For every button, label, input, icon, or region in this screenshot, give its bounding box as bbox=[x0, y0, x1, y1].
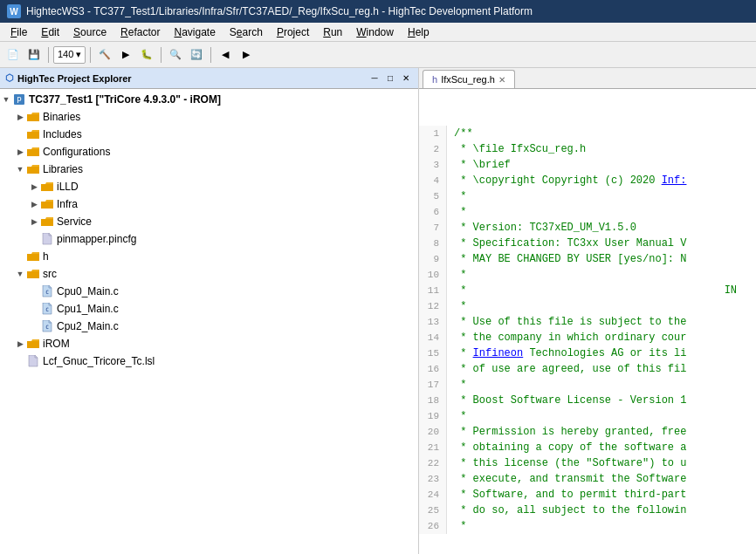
menu-window[interactable]: Window bbox=[349, 23, 401, 41]
line-number: 12 bbox=[419, 298, 447, 314]
code-line: 7 * Version: TC37xED_UM_V1.5.0 bbox=[419, 220, 756, 236]
panel-minimize-btn[interactable]: ─ bbox=[368, 72, 381, 85]
line-content: /** bbox=[447, 126, 756, 141]
code-line: 11 * IN bbox=[419, 283, 756, 298]
line-number: 7 bbox=[419, 220, 447, 236]
tree-item[interactable]: CCpu2_Main.c bbox=[0, 318, 418, 335]
tree-toggle[interactable] bbox=[14, 355, 26, 367]
toolbar-back[interactable]: ◀ bbox=[216, 45, 235, 65]
menu-file[interactable]: File bbox=[3, 23, 34, 41]
tree-toggle[interactable]: ▼ bbox=[14, 268, 26, 280]
menu-run[interactable]: Run bbox=[316, 23, 349, 41]
tree-label: iLLD bbox=[57, 181, 79, 193]
menu-navigate[interactable]: Navigate bbox=[167, 23, 222, 41]
tree-item[interactable]: ▶iROM bbox=[0, 335, 418, 352]
line-number: 16 bbox=[419, 361, 447, 377]
tree-toggle[interactable]: ▶ bbox=[28, 181, 40, 193]
panel-header: ⬡ HighTec Project Explorer ─ □ ✕ bbox=[0, 68, 418, 89]
line-content: * bbox=[447, 408, 756, 424]
tree-toggle[interactable]: ▶ bbox=[14, 111, 26, 123]
panel-title: ⬡ HighTec Project Explorer bbox=[5, 72, 132, 84]
toolbar-refresh[interactable]: 🔄 bbox=[187, 45, 206, 65]
line-content: * execute, and transmit the Software bbox=[447, 471, 756, 487]
editor-tab-bar: h IfxScu_reg.h ✕ bbox=[419, 68, 756, 89]
tree-item[interactable]: Includes bbox=[0, 126, 418, 143]
toolbar-save[interactable]: 💾 bbox=[24, 45, 44, 65]
code-line: 9 * MAY BE CHANGED BY USER [yes/no]: N bbox=[419, 251, 756, 267]
tree-icon-folder bbox=[26, 250, 40, 263]
line-number: 3 bbox=[419, 157, 447, 173]
tree-item[interactable]: h bbox=[0, 248, 418, 265]
panel-maximize-btn[interactable]: □ bbox=[383, 72, 397, 85]
code-line: 5 * bbox=[419, 188, 756, 204]
line-content: * Infineon Technologies AG or its li bbox=[447, 345, 756, 361]
tree-toggle[interactable] bbox=[28, 285, 40, 298]
line-content: * Boost Software License - Version 1 bbox=[447, 393, 756, 408]
tree-item[interactable]: ▼PTC377_Test1 ["TriCore 4.9.3.0" - iROM] bbox=[0, 91, 418, 108]
tree-item[interactable]: ▶Configurations bbox=[0, 143, 418, 161]
menu-edit[interactable]: Edit bbox=[34, 23, 66, 41]
line-content: * bbox=[447, 188, 756, 204]
code-line: 20 * Permission is hereby granted, free bbox=[419, 424, 756, 440]
code-line: 14 * the company in which ordinary cour bbox=[419, 330, 756, 345]
code-line: 6 * bbox=[419, 204, 756, 220]
toolbar-run[interactable]: ▶ bbox=[116, 45, 135, 65]
tree-item[interactable]: Lcf_Gnuc_Tricore_Tc.lsl bbox=[0, 352, 418, 370]
line-number: 15 bbox=[419, 345, 447, 361]
editor-tab-active[interactable]: h IfxScu_reg.h ✕ bbox=[423, 70, 515, 88]
tree-toggle[interactable]: ▼ bbox=[14, 163, 26, 175]
menu-search[interactable]: Search bbox=[223, 23, 270, 41]
tree-label: Includes bbox=[43, 128, 82, 140]
toolbar-new[interactable]: 📄 bbox=[3, 45, 23, 65]
tree-toggle[interactable] bbox=[28, 233, 40, 245]
tree-item[interactable]: ▼src bbox=[0, 265, 418, 283]
menu-refactor[interactable]: Refactor bbox=[113, 23, 167, 41]
tree-item[interactable]: ▶Service bbox=[0, 213, 418, 230]
menu-help[interactable]: Help bbox=[401, 23, 436, 41]
toolbar-build[interactable]: 🔨 bbox=[95, 45, 114, 65]
line-content: * \copyright Copyright (c) 2020 Inf: bbox=[447, 173, 756, 188]
title-bar: W HightecWS3 - TC377_Test1/Libraries/Inf… bbox=[0, 0, 756, 23]
tree-toggle[interactable] bbox=[28, 320, 40, 332]
code-line: 26 * bbox=[419, 518, 756, 534]
tree-icon-folder bbox=[26, 145, 40, 159]
tree-item[interactable]: CCpu0_Main.c bbox=[0, 283, 418, 300]
code-line: 19 * bbox=[419, 408, 756, 424]
tree-icon-folder bbox=[26, 337, 40, 351]
tree-toggle[interactable] bbox=[14, 128, 26, 140]
code-line: 3 * \brief bbox=[419, 157, 756, 173]
toolbar-forward[interactable]: ▶ bbox=[237, 45, 256, 65]
tab-close-btn[interactable]: ✕ bbox=[498, 75, 505, 85]
panel-close-btn[interactable]: ✕ bbox=[399, 72, 413, 85]
tree-toggle[interactable]: ▶ bbox=[14, 146, 26, 158]
tree-toggle[interactable]: ▼ bbox=[0, 93, 12, 106]
tree-toggle[interactable] bbox=[14, 250, 26, 263]
app-icon: W bbox=[7, 4, 21, 18]
toolbar-dropdown1[interactable]: 140 ▾ bbox=[53, 46, 86, 64]
tree-item[interactable]: pinmapper.pincfg bbox=[0, 230, 418, 248]
menu-project[interactable]: Project bbox=[270, 23, 316, 41]
line-content: * bbox=[447, 377, 756, 393]
tree-item[interactable]: ▶Binaries bbox=[0, 108, 418, 126]
line-content: * Version: TC37xED_UM_V1.5.0 bbox=[447, 220, 756, 236]
tree-icon-folder bbox=[26, 267, 40, 281]
tree-item[interactable]: ▼Libraries bbox=[0, 161, 418, 178]
editor-content[interactable]: 1/**2 * \file IfxScu_reg.h3 * \brief4 * … bbox=[419, 89, 756, 554]
tree-toggle[interactable] bbox=[28, 303, 40, 315]
tree-icon-folder bbox=[26, 162, 40, 176]
tree-toggle[interactable]: ▶ bbox=[28, 215, 40, 228]
line-number: 20 bbox=[419, 424, 447, 440]
toolbar-search[interactable]: 🔍 bbox=[166, 45, 185, 65]
menu-source[interactable]: Source bbox=[66, 23, 113, 41]
code-line: 25 * do so, all subject to the followin bbox=[419, 503, 756, 518]
line-number: 18 bbox=[419, 393, 447, 408]
tree-item[interactable]: ▶Infra bbox=[0, 195, 418, 213]
toolbar-debug[interactable]: 🐛 bbox=[137, 45, 156, 65]
tree-toggle[interactable]: ▶ bbox=[28, 198, 40, 210]
tree-toggle[interactable]: ▶ bbox=[14, 338, 26, 350]
code-line: 8 * Specification: TC3xx User Manual V bbox=[419, 236, 756, 251]
tree-icon-folder bbox=[26, 127, 40, 141]
tree-item[interactable]: CCpu1_Main.c bbox=[0, 300, 418, 318]
tree-icon-project: P bbox=[12, 92, 26, 106]
tree-item[interactable]: ▶iLLD bbox=[0, 178, 418, 195]
